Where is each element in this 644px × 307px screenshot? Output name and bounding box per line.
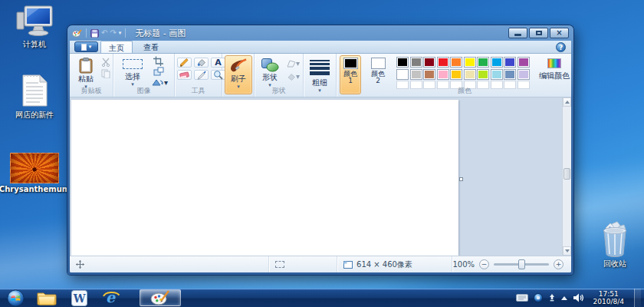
paint-app-icon [72, 29, 82, 38]
tab-home[interactable]: 主页 [100, 41, 133, 53]
palette-color[interactable] [491, 69, 503, 80]
shapes-button[interactable]: 形状 ▾ [256, 55, 284, 88]
pencil-tool-button[interactable] [177, 58, 192, 68]
cut-button[interactable] [101, 58, 110, 67]
desktop-icon-chrysanthemum[interactable]: Chrysanthemum [7, 153, 62, 193]
brushes-button[interactable]: 刷子 ▾ [225, 55, 252, 94]
canvas-resize-handle[interactable] [459, 177, 463, 181]
palette-color[interactable] [423, 57, 435, 68]
redo-button[interactable]: ↷ [110, 29, 116, 37]
taskbar-paint-button[interactable] [140, 289, 181, 306]
color2-button[interactable]: 颜色 2 [367, 55, 389, 94]
zoom-slider-thumb[interactable] [518, 259, 525, 269]
show-desktop-button[interactable] [634, 289, 641, 307]
scrollbar-thumb[interactable] [564, 168, 570, 180]
zoom-out-button[interactable]: − [479, 259, 489, 269]
title-bar[interactable]: ↶ ↷ ▾ 无标题 - 画图 × [67, 25, 573, 41]
paste-label: 粘贴 [78, 74, 94, 84]
image-group: 选择 ▾ [113, 54, 175, 97]
taskbar: W e [0, 289, 644, 307]
edit-colors-button[interactable]: 编辑颜色 [536, 56, 571, 87]
color2-swatch [371, 58, 386, 69]
window-title: 无标题 - 画图 [135, 28, 186, 39]
palette-color[interactable] [518, 57, 530, 68]
copy-button[interactable] [101, 69, 110, 78]
volume-icon[interactable] [573, 293, 583, 302]
scroll-up-button[interactable] [563, 97, 571, 107]
start-button[interactable] [2, 289, 29, 306]
folder-icon [37, 290, 57, 305]
minimize-button[interactable] [508, 28, 527, 38]
shape-outline-button[interactable]: ▾ [287, 59, 300, 68]
palette-color[interactable] [437, 57, 449, 68]
eraser-tool-button[interactable] [177, 70, 192, 80]
group-caption: 颜色 [396, 86, 533, 96]
close-icon: × [556, 29, 562, 37]
internet-explorer-icon: e [102, 289, 120, 306]
shape-fill-button[interactable]: ▾ [287, 72, 300, 81]
palette-color[interactable] [464, 57, 476, 68]
crop-button[interactable] [153, 56, 163, 66]
qat-dropdown-icon[interactable]: ▾ [119, 30, 122, 36]
zoom-controls: 100% − + [452, 259, 571, 269]
desktop-icon-label: 计算机 [23, 40, 46, 48]
palette-color[interactable] [437, 69, 449, 80]
palette-color[interactable] [410, 57, 422, 68]
palette-color[interactable] [396, 57, 409, 68]
color1-button[interactable]: 颜色 1 [340, 55, 361, 94]
tray-app-icon[interactable] [534, 293, 543, 302]
tools-group: A [175, 54, 222, 97]
palette-color[interactable] [491, 57, 503, 68]
desktop-icon-computer[interactable]: 计算机 [7, 5, 62, 48]
palette-color[interactable] [396, 69, 409, 80]
vertical-scrollbar[interactable] [562, 97, 571, 256]
paint-canvas[interactable] [71, 100, 458, 256]
group-caption: 图像 [113, 86, 174, 96]
resize-button[interactable] [153, 67, 164, 76]
colors-group: 颜色 1 颜色 2 [337, 54, 571, 97]
palette-color[interactable] [504, 69, 516, 80]
status-bar: 614 × 460像素 100% − + [70, 256, 571, 272]
input-language-icon[interactable] [516, 294, 528, 302]
shapes-group: 形状 ▾ ▾ ▾ 形状 [255, 54, 304, 97]
safely-remove-icon[interactable] [548, 294, 556, 302]
desktop-icon-recycle-bin[interactable]: 回收站 [587, 220, 642, 268]
palette-color[interactable] [450, 57, 462, 68]
save-button[interactable] [90, 29, 99, 38]
paste-button[interactable]: 粘贴 ▾ [72, 55, 100, 88]
size-button[interactable]: 粗细 ▾ [307, 55, 333, 94]
palette-color[interactable] [464, 69, 476, 80]
scrollbar-track[interactable] [563, 107, 571, 246]
palette-color[interactable] [450, 69, 462, 80]
show-hidden-icons-button[interactable] [561, 296, 567, 300]
taskbar-ie-button[interactable]: e [97, 289, 126, 306]
palette-color[interactable] [477, 69, 489, 80]
palette-color[interactable] [423, 69, 435, 80]
taskbar-explorer-button[interactable] [32, 289, 61, 306]
palette-color[interactable] [477, 57, 489, 68]
svg-text:W: W [72, 292, 85, 304]
close-button[interactable]: × [550, 28, 569, 38]
desktop-icon-text-file[interactable]: 网店的新件 [7, 72, 62, 119]
taskbar-word-button[interactable]: W [64, 289, 94, 306]
palette-color[interactable] [410, 69, 422, 80]
tray-clock[interactable]: 17:51 2010/8/4 [589, 290, 629, 305]
fill-tool-button[interactable] [194, 58, 209, 68]
scroll-down-button[interactable] [563, 246, 571, 256]
recycle-bin-icon [599, 220, 631, 258]
help-button[interactable]: ? [556, 42, 566, 52]
ribbon: 粘贴 ▾ [70, 54, 571, 97]
tab-view[interactable]: 查看 [136, 41, 166, 53]
zoom-slider[interactable] [494, 263, 549, 266]
status-cursor-position [70, 256, 269, 272]
palette-color[interactable] [518, 69, 530, 80]
window-body: ▾ 主页 查看 ? [70, 41, 571, 272]
maximize-button[interactable] [529, 28, 548, 38]
separator [86, 28, 87, 38]
color-picker-tool-button[interactable] [194, 70, 209, 80]
select-button[interactable]: 选择 ▾ [117, 55, 149, 88]
palette-color[interactable] [504, 57, 516, 68]
zoom-in-button[interactable]: + [554, 259, 564, 269]
undo-button[interactable]: ↶ [101, 29, 107, 37]
application-menu-button[interactable]: ▾ [74, 41, 98, 52]
